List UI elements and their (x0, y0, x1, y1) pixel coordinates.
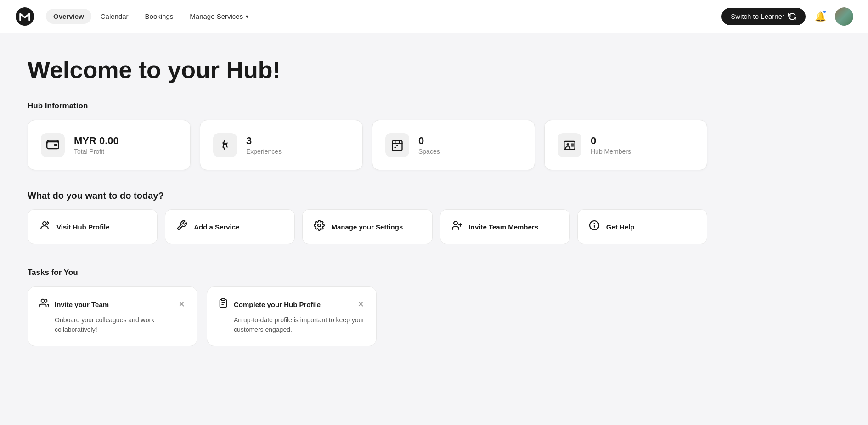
chevron-down-icon: ▾ (246, 13, 248, 20)
clipboard-icon (218, 298, 228, 311)
task-title-row-hub-profile: Complete your Hub Profile (218, 298, 321, 311)
stat-name-experiences: Experiences (246, 148, 282, 155)
nav-item-manage-services[interactable]: Manage Services ▾ (182, 9, 256, 24)
stat-info-profit: MYR 0.00 Total Profit (74, 135, 119, 155)
switch-learner-label: Switch to Learner (731, 12, 784, 20)
invite-team-icon (451, 220, 462, 234)
actions-grid: Visit Hub Profile Add a Service Man (28, 209, 707, 244)
action-label-visit-hub-profile: Visit Hub Profile (56, 223, 110, 231)
stat-value-experiences: 3 (246, 135, 282, 147)
task-header-hub-profile: Complete your Hub Profile ✕ (218, 298, 365, 311)
navbar: Overview Calendar Bookings Manage Servic… (0, 0, 868, 33)
stat-value-spaces: 0 (418, 135, 440, 147)
task-title-invite-team: Invite your Team (55, 301, 109, 308)
welcome-title: Welcome to your Hub! (28, 57, 707, 83)
task-title-hub-profile: Complete your Hub Profile (234, 301, 321, 308)
nav-label-manage-services: Manage Services (190, 12, 243, 20)
spaces-icon (385, 133, 409, 157)
stat-name-profit: Total Profit (74, 148, 119, 155)
logo[interactable] (15, 6, 35, 27)
hub-info-label: Hub Information (28, 101, 707, 111)
action-label-add-service: Add a Service (194, 223, 239, 231)
quick-actions-section: What do you want to do today? Visit Hub … (28, 190, 707, 244)
action-label-invite-team-members: Invite Team Members (469, 223, 538, 231)
nav-links: Overview Calendar Bookings Manage Servic… (46, 9, 718, 24)
nav-label-bookings: Bookings (145, 12, 174, 20)
action-label-manage-settings: Manage your Settings (331, 223, 403, 231)
notification-button[interactable]: 🔔 (811, 7, 829, 26)
main-content: Welcome to your Hub! Hub Information MYR… (0, 33, 735, 364)
stat-name-spaces: Spaces (418, 148, 440, 155)
svg-point-19 (41, 299, 45, 302)
hub-profile-icon (39, 220, 50, 234)
task-close-hub-profile[interactable]: ✕ (356, 299, 365, 309)
nav-right: Switch to Learner 🔔 (721, 7, 853, 26)
stat-value-hub-members: 0 (591, 135, 631, 147)
stat-card-experiences: 3 Experiences (200, 120, 363, 170)
task-close-invite-team[interactable]: ✕ (177, 299, 186, 309)
action-get-help[interactable]: Get Help (577, 209, 707, 244)
svg-point-2 (224, 143, 226, 145)
stats-grid: MYR 0.00 Total Profit 3 Experiences (28, 120, 707, 170)
stat-info-experiences: 3 Experiences (246, 135, 282, 155)
tasks-label: Tasks for You (28, 268, 707, 277)
gear-icon (314, 220, 325, 234)
stat-info-spaces: 0 Spaces (418, 135, 440, 155)
nav-label-overview: Overview (53, 12, 84, 20)
info-icon (589, 220, 600, 234)
task-header-invite-team: Invite your Team ✕ (39, 298, 186, 311)
action-invite-team-members[interactable]: Invite Team Members (440, 209, 570, 244)
switch-icon (788, 12, 796, 21)
svg-point-13 (454, 221, 457, 225)
action-add-service[interactable]: Add a Service (165, 209, 295, 244)
task-desc-invite-team: Onboard your colleagues and work collabo… (39, 315, 186, 335)
avatar-image (835, 7, 853, 26)
stat-info-hub-members: 0 Hub Members (591, 135, 631, 155)
experiences-icon (213, 133, 237, 157)
stat-card-spaces: 0 Spaces (372, 120, 535, 170)
svg-point-11 (43, 222, 46, 225)
action-label-get-help: Get Help (606, 223, 635, 231)
task-card-invite-team: Invite your Team ✕ Onboard your colleagu… (28, 286, 197, 346)
svg-rect-20 (221, 299, 225, 301)
tasks-section: Tasks for You Invite you (28, 268, 707, 346)
wallet-icon (41, 133, 65, 157)
stat-card-profit: MYR 0.00 Total Profit (28, 120, 191, 170)
stat-value-profit: MYR 0.00 (74, 135, 119, 147)
actions-question: What do you want to do today? (28, 190, 707, 201)
stat-name-hub-members: Hub Members (591, 148, 631, 155)
stat-card-hub-members: 0 Hub Members (544, 120, 707, 170)
svg-point-8 (567, 143, 569, 146)
switch-learner-button[interactable]: Switch to Learner (721, 8, 806, 25)
action-visit-hub-profile[interactable]: Visit Hub Profile (28, 209, 158, 244)
hub-information-section: Hub Information MYR 0.00 Total Profit (28, 101, 707, 170)
nav-item-overview[interactable]: Overview (46, 9, 91, 24)
svg-point-12 (318, 224, 321, 227)
nav-item-calendar[interactable]: Calendar (93, 9, 136, 24)
nav-item-bookings[interactable]: Bookings (138, 9, 181, 24)
avatar[interactable] (835, 7, 853, 26)
notification-dot (823, 10, 827, 14)
add-service-icon (176, 220, 187, 234)
task-card-hub-profile: Complete your Hub Profile ✕ An up-to-dat… (207, 286, 377, 346)
hub-members-icon (558, 133, 581, 157)
action-manage-settings[interactable]: Manage your Settings (302, 209, 432, 244)
team-icon (39, 298, 49, 311)
task-title-row-invite-team: Invite your Team (39, 298, 109, 311)
task-desc-hub-profile: An up-to-date profile is important to ke… (218, 315, 365, 335)
tasks-grid: Invite your Team ✕ Onboard your colleagu… (28, 286, 707, 346)
nav-label-calendar: Calendar (101, 12, 129, 20)
